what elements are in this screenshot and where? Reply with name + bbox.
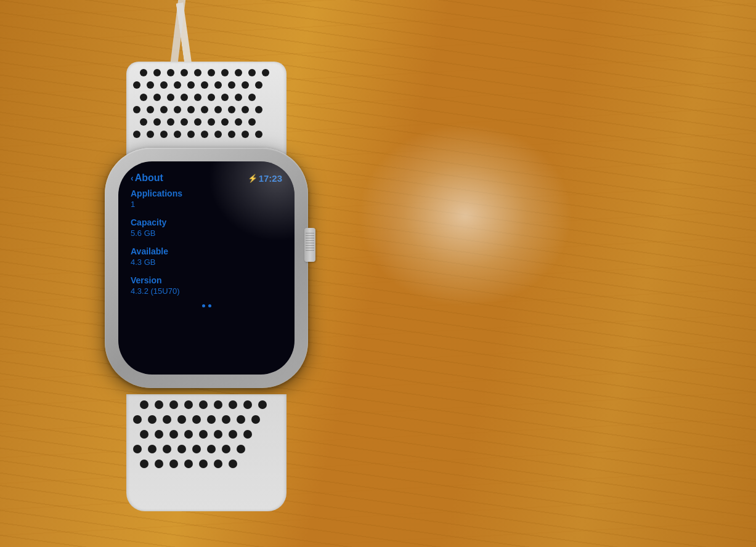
band-hole — [208, 118, 215, 126]
band-hole — [155, 430, 163, 439]
time-battery: ⚡ 17:23 — [248, 173, 282, 184]
band-hole — [214, 430, 222, 439]
band-hole — [229, 430, 237, 439]
band-hole — [140, 94, 147, 101]
capacity-label: Capacity — [131, 217, 282, 227]
band-hole — [243, 430, 252, 439]
band-hole — [229, 460, 237, 468]
band-hole — [177, 415, 186, 424]
band-hole — [242, 106, 249, 113]
band-hole — [222, 415, 230, 424]
band-hole — [237, 445, 245, 453]
band-hole — [194, 69, 201, 76]
band-hole — [242, 131, 249, 138]
band-hole — [229, 400, 237, 409]
band-hole — [160, 131, 168, 138]
band-hole — [228, 106, 235, 113]
available-value: 4.3 GB — [131, 257, 282, 267]
band-hole — [235, 69, 242, 76]
screen-content: ‹ About ⚡ 17:23 Applications 1 Capacity … — [118, 161, 295, 375]
band-hole — [160, 106, 168, 113]
version-label: Version — [131, 275, 282, 285]
band-hole — [262, 69, 269, 76]
band-hole — [194, 118, 201, 126]
chevron-left-icon: ‹ — [131, 173, 134, 183]
band-hole — [248, 94, 256, 101]
band-hole — [181, 94, 188, 101]
band-hole — [181, 69, 188, 76]
dot-1 — [202, 304, 205, 307]
band-hole — [207, 415, 216, 424]
back-button[interactable]: ‹ About — [131, 172, 163, 184]
applications-value: 1 — [131, 200, 282, 209]
band-hole — [199, 400, 208, 409]
band-hole — [177, 445, 186, 453]
version-row: Version 4.3.2 (15U70) — [131, 275, 282, 296]
band-hole — [140, 460, 148, 468]
dot-2 — [208, 304, 211, 307]
band-hole — [237, 415, 245, 424]
capacity-value: 5.6 GB — [131, 229, 282, 238]
band-hole — [167, 69, 174, 76]
band-hole — [133, 445, 142, 453]
watch-screen: ‹ About ⚡ 17:23 Applications 1 Capacity … — [118, 161, 295, 375]
band-hole — [147, 131, 154, 138]
watch-case: ‹ About ⚡ 17:23 Applications 1 Capacity … — [105, 148, 308, 388]
band-hole — [214, 106, 222, 113]
band-hole — [184, 400, 193, 409]
band-hole — [140, 118, 147, 126]
band-hole — [242, 81, 249, 89]
band-hole — [187, 106, 195, 113]
status-bar: ‹ About ⚡ 17:23 — [131, 172, 282, 184]
band-hole — [228, 81, 235, 89]
band-hole — [235, 94, 242, 101]
band-hole — [214, 460, 222, 468]
band-hole — [169, 460, 178, 468]
band-hole — [255, 81, 262, 89]
band-bottom — [126, 394, 287, 511]
band-hole — [221, 69, 229, 76]
band-hole — [228, 131, 235, 138]
band-hole — [248, 118, 256, 126]
apple-watch: ‹ About ⚡ 17:23 Applications 1 Capacity … — [96, 148, 317, 407]
band-hole — [214, 400, 222, 409]
band-hole — [184, 460, 193, 468]
band-hole — [133, 131, 140, 138]
band-hole — [207, 445, 216, 453]
band-hole — [163, 445, 171, 453]
band-hole — [174, 106, 181, 113]
band-hole — [148, 445, 156, 453]
band-hole — [208, 69, 215, 76]
digital-crown[interactable] — [304, 228, 315, 262]
band-hole — [255, 106, 262, 113]
band-hole — [133, 415, 142, 424]
band-hole — [243, 400, 252, 409]
band-hole — [174, 81, 181, 89]
band-hole — [169, 430, 178, 439]
band-hole — [192, 445, 201, 453]
band-hole — [148, 415, 156, 424]
band-hole — [258, 400, 267, 409]
back-label: About — [135, 172, 163, 184]
band-hole — [147, 106, 154, 113]
band-hole — [235, 118, 242, 126]
band-hole — [214, 81, 222, 89]
band-hole — [181, 118, 188, 126]
capacity-row: Capacity 5.6 GB — [131, 217, 282, 238]
band-hole — [153, 94, 161, 101]
band-hole — [169, 400, 178, 409]
band-hole — [163, 415, 171, 424]
band-hole — [194, 94, 201, 101]
band-hole — [140, 430, 148, 439]
band-hole — [221, 118, 229, 126]
band-hole — [153, 69, 161, 76]
version-value: 4.3.2 (15U70) — [131, 286, 282, 296]
band-hole — [187, 131, 195, 138]
band-hole — [153, 118, 161, 126]
band-hole — [160, 81, 168, 89]
charging-icon: ⚡ — [248, 174, 258, 183]
band-hole — [251, 415, 260, 424]
band-hole — [248, 69, 256, 76]
applications-row: Applications 1 — [131, 188, 282, 209]
band-hole — [155, 400, 163, 409]
